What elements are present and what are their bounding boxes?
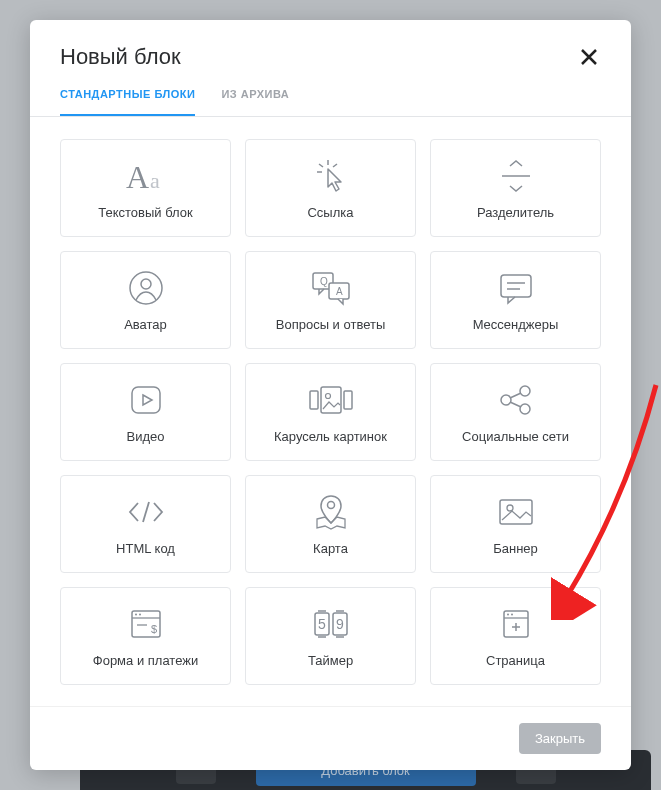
svg-rect-18: [321, 387, 341, 413]
block-banner[interactable]: Баннер: [430, 475, 601, 573]
block-label: Социальные сети: [462, 429, 569, 444]
svg-line-26: [143, 502, 149, 522]
modal-header: Новый блок СТАНДАРТНЫЕ БЛОКИ ИЗ АРХИВА: [30, 20, 631, 117]
block-map[interactable]: Карта: [245, 475, 416, 573]
block-label: Карусель картинок: [274, 429, 387, 444]
block-timer[interactable]: 59 Таймер: [245, 587, 416, 685]
carousel-icon: [307, 381, 355, 419]
svg-point-7: [130, 272, 162, 304]
block-qa[interactable]: QA Вопросы и ответы: [245, 251, 416, 349]
svg-point-49: [511, 613, 513, 615]
block-label: Форма и платежи: [93, 653, 198, 668]
svg-text:A: A: [126, 159, 149, 194]
messenger-icon: [496, 269, 536, 307]
svg-rect-17: [310, 391, 318, 409]
svg-point-20: [325, 393, 330, 398]
qa-icon: QA: [309, 269, 353, 307]
svg-rect-16: [132, 387, 160, 413]
page-icon: [499, 605, 533, 643]
block-label: Текстовый блок: [98, 205, 192, 220]
block-label: Разделитель: [477, 205, 554, 220]
svg-point-21: [501, 395, 511, 405]
svg-rect-19: [344, 391, 352, 409]
svg-rect-13: [501, 275, 531, 297]
svg-point-48: [507, 613, 509, 615]
block-html[interactable]: HTML код: [60, 475, 231, 573]
svg-text:$: $: [151, 623, 157, 635]
block-label: Таймер: [308, 653, 353, 668]
svg-text:9: 9: [336, 616, 344, 632]
form-icon: $: [127, 605, 165, 643]
block-carousel[interactable]: Карусель картинок: [245, 363, 416, 461]
block-divider[interactable]: Разделитель: [430, 139, 601, 237]
close-button[interactable]: Закрыть: [519, 723, 601, 754]
block-form[interactable]: $ Форма и платежи: [60, 587, 231, 685]
svg-line-24: [510, 393, 521, 398]
block-text[interactable]: Aa Текстовый блок: [60, 139, 231, 237]
block-label: Ссылка: [307, 205, 353, 220]
svg-point-27: [327, 501, 334, 508]
divider-icon: [494, 157, 538, 195]
svg-text:A: A: [336, 286, 343, 297]
block-label: Вопросы и ответы: [276, 317, 385, 332]
svg-rect-28: [500, 500, 532, 524]
svg-line-4: [333, 164, 337, 167]
code-icon: [124, 493, 168, 531]
block-messenger[interactable]: Мессенджеры: [430, 251, 601, 349]
block-label: Баннер: [493, 541, 538, 556]
block-social[interactable]: Социальные сети: [430, 363, 601, 461]
block-page[interactable]: Страница: [430, 587, 601, 685]
block-label: HTML код: [116, 541, 175, 556]
tab-from-archive[interactable]: ИЗ АРХИВА: [221, 88, 289, 116]
block-label: Видео: [127, 429, 165, 444]
svg-point-29: [507, 505, 513, 511]
block-video[interactable]: Видео: [60, 363, 231, 461]
close-icon[interactable]: [577, 45, 601, 69]
text-icon: Aa: [120, 157, 172, 195]
banner-icon: [496, 493, 536, 531]
tab-standard-blocks[interactable]: СТАНДАРТНЫЕ БЛОКИ: [60, 88, 195, 116]
modal-footer: Закрыть: [30, 706, 631, 770]
block-link[interactable]: Ссылка: [245, 139, 416, 237]
map-icon: [311, 493, 351, 531]
svg-point-22: [520, 386, 530, 396]
new-block-modal: Новый блок СТАНДАРТНЫЕ БЛОКИ ИЗ АРХИВА A…: [30, 20, 631, 770]
block-label: Карта: [313, 541, 348, 556]
timer-icon: 59: [309, 605, 353, 643]
pointer-icon: [311, 157, 351, 195]
svg-point-34: [135, 613, 137, 615]
svg-line-25: [510, 402, 521, 407]
tabs: СТАНДАРТНЫЕ БЛОКИ ИЗ АРХИВА: [60, 88, 601, 116]
video-icon: [128, 381, 164, 419]
block-avatar[interactable]: Аватар: [60, 251, 231, 349]
svg-text:5: 5: [318, 616, 326, 632]
svg-point-23: [520, 404, 530, 414]
block-grid: Aa Текстовый блок Ссылка Разделитель: [60, 139, 601, 685]
svg-line-3: [319, 164, 323, 167]
block-label: Аватар: [124, 317, 167, 332]
modal-title: Новый блок: [60, 44, 181, 70]
svg-text:a: a: [150, 168, 160, 193]
social-icon: [497, 381, 535, 419]
modal-body: Aa Текстовый блок Ссылка Разделитель: [30, 117, 631, 706]
block-label: Страница: [486, 653, 545, 668]
svg-point-35: [139, 613, 141, 615]
avatar-icon: [128, 269, 164, 307]
block-label: Мессенджеры: [473, 317, 559, 332]
svg-point-8: [141, 279, 151, 289]
svg-text:Q: Q: [320, 276, 328, 287]
